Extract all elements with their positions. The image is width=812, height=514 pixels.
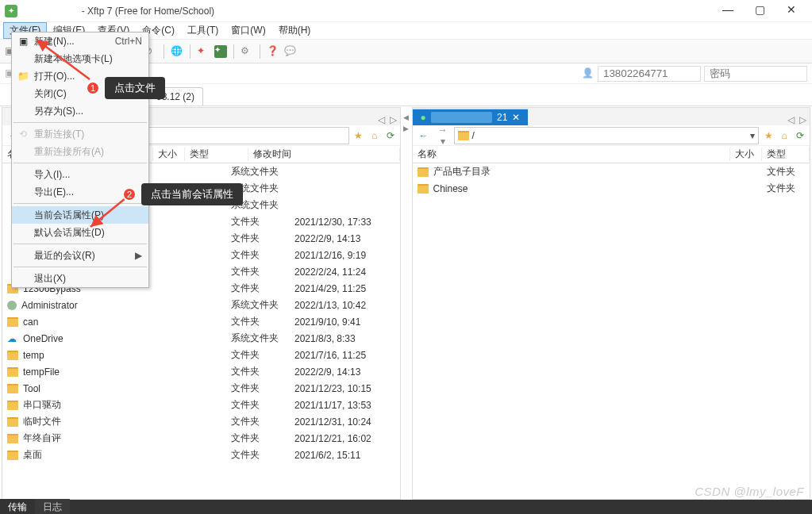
refresh-icon[interactable]: ⟳ <box>794 130 806 141</box>
menu-label: 最近的会议(R) <box>34 249 95 263</box>
file-mtime: 2021/12/31, 10:24 <box>294 416 371 428</box>
file-mtime: 2021/9/10, 9:41 <box>294 316 360 328</box>
file-type: 文件夹 <box>231 432 260 443</box>
menu-tools[interactable]: 工具(T) <box>181 22 225 39</box>
table-row[interactable]: tempFile文件夹2022/2/9, 14:13 <box>2 363 400 380</box>
menu-new-local-tab[interactable]: 新建本地选项卡(L) <box>12 50 148 67</box>
username-input[interactable] <box>598 66 701 82</box>
user-icon <box>7 301 17 310</box>
folder-icon <box>418 167 429 177</box>
nav-back-icon[interactable]: ← <box>416 130 432 141</box>
file-type: 文件夹 <box>231 366 260 377</box>
nav-next-icon[interactable]: ▷ <box>390 114 397 125</box>
menu-label: 导出(E)... <box>34 186 74 199</box>
table-row[interactable]: 临时文件文件夹2021/12/31, 10:24 <box>2 413 400 430</box>
tab-close-icon[interactable]: ✕ <box>512 112 520 123</box>
menu-help[interactable]: 帮助(H) <box>272 22 317 39</box>
col-type[interactable]: 类型 <box>762 148 810 161</box>
menu-import[interactable]: 导入(I)... <box>12 166 148 183</box>
menu-reconnect-all[interactable]: 重新连接所有(A) <box>12 143 148 160</box>
remote-path-box[interactable]: / ▾ <box>454 127 760 144</box>
menu-default-session-props[interactable]: 默认会话属性(D) <box>12 224 148 241</box>
app-icon: ✦ <box>5 5 17 17</box>
col-name[interactable]: 名称 <box>413 148 731 161</box>
title-suffix: - Xftp 7 (Free for Home/School) <box>82 6 214 17</box>
col-size[interactable]: 大小 <box>730 148 762 161</box>
file-name: can <box>23 316 38 328</box>
watermark: CSDN @lmy_loveF <box>695 485 804 498</box>
table-row[interactable]: Tool文件夹2021/12/23, 10:15 <box>2 380 400 397</box>
toolbar-settings-icon[interactable]: ⚙ <box>241 45 253 58</box>
table-row[interactable]: temp文件夹2021/7/16, 11:25 <box>2 347 400 363</box>
refresh-icon[interactable]: ⟳ <box>384 130 397 141</box>
folder-icon <box>7 401 18 410</box>
file-mtime: 2021/12/30, 17:33 <box>294 217 371 228</box>
remote-file-list[interactable]: 产品电子目录文件夹Chinese文件夹 <box>413 163 810 499</box>
star-icon[interactable]: ★ <box>352 130 365 141</box>
menu-new[interactable]: ▣ 新建(N)... Ctrl+N <box>12 33 148 50</box>
splitter-right-icon[interactable]: ▶ <box>403 125 409 132</box>
table-row[interactable]: 年终自评文件夹2021/12/21, 16:02 <box>2 430 400 447</box>
annotation-callout-1: 1 点击文件 <box>86 77 165 99</box>
menu-recent-sessions[interactable]: 最近的会议(R) ▶ <box>12 247 148 264</box>
menu-save-as[interactable]: 另存为(S)... <box>12 102 148 120</box>
star-icon[interactable]: ★ <box>762 130 775 141</box>
col-type[interactable]: 类型 <box>185 148 248 161</box>
splitter-left-icon[interactable]: ◀ <box>403 113 409 121</box>
file-mtime: 2021/6/2, 15:11 <box>294 450 360 461</box>
folder-icon <box>418 184 429 194</box>
menu-exit[interactable]: 退出(X) <box>12 270 148 287</box>
file-mtime: 2022/2/9, 14:13 <box>294 233 360 244</box>
toolbar-spark-icon[interactable]: ✦ <box>197 45 210 58</box>
status-bar: 传输 日志 <box>0 500 812 514</box>
nav-prev-icon[interactable]: ◁ <box>787 114 795 125</box>
maximize-button[interactable]: ▢ <box>744 0 775 22</box>
folder-icon <box>7 351 18 360</box>
home-icon[interactable]: ⌂ <box>778 130 791 141</box>
table-row[interactable]: 串口驱动文件夹2021/11/17, 13:53 <box>2 397 400 413</box>
remote-tab-suffix: 21 <box>497 112 507 123</box>
file-name: 串口驱动 <box>23 398 61 412</box>
close-button[interactable]: ✕ <box>775 0 807 22</box>
nav-forward-icon[interactable]: → ▾ <box>435 125 451 147</box>
annotation-bubble-1: 点击文件 <box>105 77 165 99</box>
toolbar-globe-icon[interactable]: 🌐 <box>171 45 183 58</box>
file-type: 文件夹 <box>231 216 260 227</box>
status-log-tab[interactable]: 日志 <box>35 499 70 515</box>
table-row[interactable]: Administrator系统文件夹2022/1/13, 10:42 <box>2 297 400 313</box>
remote-session-tab[interactable]: ● 172.xxxxxxxxx 21 ✕ <box>413 109 529 125</box>
toolbar-help-icon[interactable]: ❓ <box>267 45 279 58</box>
folder-icon <box>7 384 18 393</box>
cloud-icon: ☁ <box>7 333 18 344</box>
toolbar-shell-icon[interactable]: ✦ <box>214 45 227 58</box>
nav-next-icon[interactable]: ▷ <box>799 114 806 125</box>
menu-reconnect[interactable]: ⟲ 重新连接(T) <box>12 125 148 143</box>
menu-label: 新建本地选项卡(L) <box>34 52 113 66</box>
title-obscured: 172.xxxxxxxx <box>22 6 79 17</box>
home-icon[interactable]: ⌂ <box>368 130 381 141</box>
menu-current-session-props[interactable]: 当前会话属性(P) <box>12 206 148 224</box>
col-mtime[interactable]: 修改时间 <box>248 148 400 161</box>
col-size[interactable]: 大小 <box>153 148 185 161</box>
chevron-down-icon[interactable]: ▾ <box>750 130 755 141</box>
password-input[interactable] <box>704 66 807 82</box>
file-name: 临时文件 <box>23 415 61 428</box>
table-row[interactable]: ☁OneDrive系统文件夹2021/8/3, 8:33 <box>2 330 400 347</box>
status-transfer-tab[interactable]: 传输 <box>0 499 35 515</box>
table-row[interactable]: 桌面文件夹2021/6/2, 15:11 <box>2 447 400 463</box>
file-menu-dropdown: ▣ 新建(N)... Ctrl+N 新建本地选项卡(L) 📁 打开(O)... … <box>11 32 149 288</box>
toolbar-feedback-icon[interactable]: 💬 <box>284 45 297 58</box>
nav-prev-icon[interactable]: ◁ <box>378 114 385 125</box>
separator <box>164 44 164 59</box>
window-title: 172.xxxxxxxx - Xftp 7 (Free for Home/Sch… <box>22 6 712 17</box>
file-type: 文件夹 <box>231 349 260 360</box>
file-type: 文件夹 <box>231 399 260 410</box>
splitter[interactable]: ◀ ▶ <box>402 107 410 500</box>
minimize-button[interactable]: — <box>712 0 744 22</box>
folder-icon <box>7 434 18 443</box>
file-type: 文件夹 <box>231 266 260 277</box>
table-row[interactable]: 产品电子目录文件夹 <box>413 163 810 180</box>
menu-window[interactable]: 窗口(W) <box>225 22 271 39</box>
table-row[interactable]: can文件夹2021/9/10, 9:41 <box>2 313 400 330</box>
table-row[interactable]: Chinese文件夹 <box>413 180 810 197</box>
